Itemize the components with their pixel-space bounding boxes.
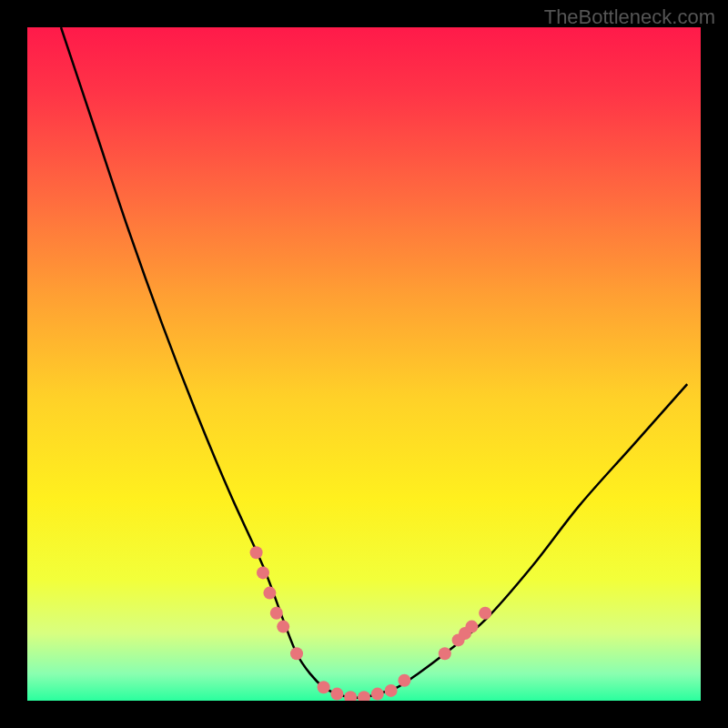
marker-dot: [330, 688, 343, 701]
marker-dot: [398, 674, 410, 687]
marker-dot: [290, 647, 303, 660]
marker-dot: [465, 621, 478, 633]
plot-area: [27, 27, 701, 701]
marker-dot: [250, 546, 263, 559]
marker-dot: [358, 691, 370, 701]
marker-dot: [257, 566, 269, 579]
watermark-text: TheBottleneck.com: [544, 5, 715, 29]
marker-dot: [344, 691, 357, 701]
curve-layer: [27, 27, 701, 701]
marker-dot: [270, 607, 283, 620]
marker-dot: [479, 607, 491, 620]
marker-dot: [277, 621, 289, 633]
marker-dot: [318, 681, 330, 693]
marker-dot: [439, 647, 451, 660]
bottleneck-curve: [61, 27, 687, 698]
marker-dot: [371, 688, 384, 701]
marker-dot: [263, 587, 276, 600]
marker-dot: [385, 684, 398, 697]
highlight-dots: [250, 546, 492, 701]
